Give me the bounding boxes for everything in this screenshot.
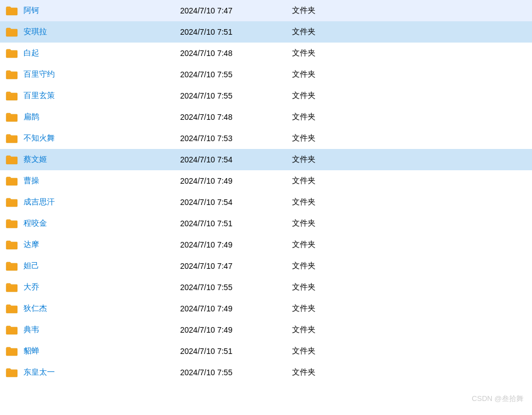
file-type: 文件夹 bbox=[292, 133, 526, 143]
folder-icon bbox=[6, 69, 18, 80]
table-row[interactable]: 东皇太一2024/7/10 7:55文件夹 bbox=[0, 362, 532, 383]
file-type: 文件夹 bbox=[292, 282, 526, 292]
file-name: 曹操 bbox=[23, 176, 180, 186]
folder-icon bbox=[6, 112, 18, 122]
folder-icon bbox=[6, 325, 18, 335]
file-type: 文件夹 bbox=[292, 27, 526, 37]
table-row[interactable]: 狄仁杰2024/7/10 7:49文件夹 bbox=[0, 298, 532, 319]
table-row[interactable]: 程咬金2024/7/10 7:51文件夹 bbox=[0, 213, 532, 234]
file-type: 文件夹 bbox=[292, 155, 526, 165]
file-name: 安琪拉 bbox=[23, 27, 180, 37]
table-row[interactable]: 妲己2024/7/10 7:47文件夹 bbox=[0, 255, 532, 277]
file-name: 貂蝉 bbox=[23, 346, 180, 356]
file-date: 2024/7/10 7:49 bbox=[180, 240, 292, 249]
file-date: 2024/7/10 7:55 bbox=[180, 283, 292, 292]
file-date: 2024/7/10 7:54 bbox=[180, 155, 292, 164]
table-row[interactable]: 扁鹊2024/7/10 7:48文件夹 bbox=[0, 106, 532, 128]
file-date: 2024/7/10 7:49 bbox=[180, 304, 292, 313]
file-date: 2024/7/10 7:48 bbox=[180, 49, 292, 58]
table-row[interactable]: 不知火舞2024/7/10 7:53文件夹 bbox=[0, 128, 532, 149]
table-row[interactable]: 百里玄策2024/7/10 7:55文件夹 bbox=[0, 85, 532, 106]
folder-icon bbox=[6, 304, 18, 314]
watermark: CSDN @叁拾舞 bbox=[472, 394, 524, 404]
table-row[interactable]: 达摩2024/7/10 7:49文件夹 bbox=[0, 234, 532, 255]
folder-icon bbox=[6, 91, 18, 101]
file-name: 不知火舞 bbox=[23, 133, 180, 143]
file-type: 文件夹 bbox=[292, 176, 526, 186]
file-name: 典韦 bbox=[23, 325, 180, 335]
folder-icon bbox=[6, 133, 18, 143]
table-row[interactable]: 貂蝉2024/7/10 7:51文件夹 bbox=[0, 341, 532, 362]
file-name: 狄仁杰 bbox=[23, 304, 180, 314]
file-date: 2024/7/10 7:49 bbox=[180, 325, 292, 334]
folder-icon bbox=[6, 367, 18, 377]
folder-icon bbox=[6, 240, 18, 250]
file-date: 2024/7/10 7:51 bbox=[180, 27, 292, 36]
file-date: 2024/7/10 7:54 bbox=[180, 198, 292, 207]
file-type: 文件夹 bbox=[292, 197, 526, 207]
file-type: 文件夹 bbox=[292, 240, 526, 250]
file-type: 文件夹 bbox=[292, 48, 526, 58]
file-type: 文件夹 bbox=[292, 261, 526, 271]
table-row[interactable]: 百里守约2024/7/10 7:55文件夹 bbox=[0, 64, 532, 85]
file-type: 文件夹 bbox=[292, 346, 526, 356]
file-name: 阿钶 bbox=[23, 6, 180, 16]
folder-icon bbox=[6, 346, 18, 356]
file-date: 2024/7/10 7:55 bbox=[180, 91, 292, 100]
file-date: 2024/7/10 7:55 bbox=[180, 368, 292, 377]
table-row[interactable]: 蔡文姬2024/7/10 7:54文件夹 bbox=[0, 149, 532, 170]
file-type: 文件夹 bbox=[292, 69, 526, 80]
file-name: 程咬金 bbox=[23, 218, 180, 229]
table-row[interactable]: 白起2024/7/10 7:48文件夹 bbox=[0, 43, 532, 64]
file-list: 阿钶2024/7/10 7:47文件夹 安琪拉2024/7/10 7:51文件夹… bbox=[0, 0, 532, 383]
folder-icon bbox=[6, 27, 18, 37]
file-name: 扁鹊 bbox=[23, 112, 180, 122]
folder-icon bbox=[6, 197, 18, 207]
file-name: 百里守约 bbox=[23, 69, 180, 80]
file-date: 2024/7/10 7:55 bbox=[180, 70, 292, 79]
folder-icon bbox=[6, 261, 18, 271]
file-name: 百里玄策 bbox=[23, 91, 180, 101]
file-type: 文件夹 bbox=[292, 367, 526, 377]
table-row[interactable]: 曹操2024/7/10 7:49文件夹 bbox=[0, 170, 532, 192]
file-type: 文件夹 bbox=[292, 112, 526, 122]
file-name: 白起 bbox=[23, 48, 180, 58]
file-name: 达摩 bbox=[23, 240, 180, 250]
file-name: 蔡文姬 bbox=[23, 155, 180, 165]
folder-icon bbox=[6, 282, 18, 292]
file-type: 文件夹 bbox=[292, 91, 526, 101]
file-name: 妲己 bbox=[23, 261, 180, 271]
file-date: 2024/7/10 7:49 bbox=[180, 176, 292, 185]
folder-icon bbox=[6, 155, 18, 165]
folder-icon bbox=[6, 218, 18, 229]
file-date: 2024/7/10 7:51 bbox=[180, 219, 292, 228]
file-date: 2024/7/10 7:47 bbox=[180, 262, 292, 271]
file-date: 2024/7/10 7:51 bbox=[180, 347, 292, 356]
folder-icon bbox=[6, 6, 18, 16]
folder-icon bbox=[6, 48, 18, 58]
file-date: 2024/7/10 7:48 bbox=[180, 113, 292, 122]
table-row[interactable]: 成吉思汗2024/7/10 7:54文件夹 bbox=[0, 192, 532, 213]
folder-icon bbox=[6, 176, 18, 186]
file-type: 文件夹 bbox=[292, 304, 526, 314]
table-row[interactable]: 阿钶2024/7/10 7:47文件夹 bbox=[0, 0, 532, 21]
file-type: 文件夹 bbox=[292, 218, 526, 229]
file-name: 大乔 bbox=[23, 282, 180, 292]
file-name: 成吉思汗 bbox=[23, 197, 180, 207]
table-row[interactable]: 安琪拉2024/7/10 7:51文件夹 bbox=[0, 21, 532, 43]
file-date: 2024/7/10 7:53 bbox=[180, 134, 292, 143]
file-type: 文件夹 bbox=[292, 6, 526, 16]
table-row[interactable]: 典韦2024/7/10 7:49文件夹 bbox=[0, 319, 532, 341]
table-row[interactable]: 大乔2024/7/10 7:55文件夹 bbox=[0, 277, 532, 298]
file-name: 东皇太一 bbox=[23, 367, 180, 377]
file-date: 2024/7/10 7:47 bbox=[180, 6, 292, 15]
file-type: 文件夹 bbox=[292, 325, 526, 335]
